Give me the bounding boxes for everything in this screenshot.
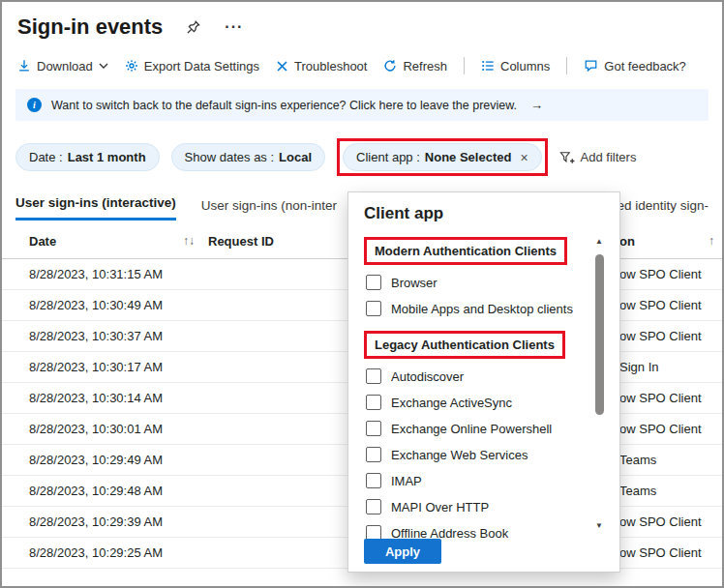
cell-application-partial: ow SPO Client [619,545,722,560]
export-data-settings-label: Export Data Settings [144,59,259,74]
scroll-up-icon[interactable]: ▲ [595,237,603,247]
refresh-icon [383,59,397,73]
option-browser[interactable]: Browser [366,275,604,290]
tab-user-signins-interactive[interactable]: User sign-ins (interactive) [15,195,176,220]
columns-icon [481,59,495,73]
option-label: Browser [391,276,437,290]
arrow-right-icon[interactable]: → [530,98,543,112]
got-feedback-label: Got feedback? [604,59,686,74]
cell-application-partial: ow SPO Client [619,514,722,529]
cell-date: 8/28/2023, 10:30:17 AM [29,360,339,374]
filter-pill-show-dates-prefix: Show dates as : [185,150,275,164]
filter-pill-show-dates[interactable]: Show dates as : Local [171,143,325,171]
troubleshoot-label: Troubleshoot [294,59,367,74]
cell-date: 8/28/2023, 10:30:37 AM [29,329,339,343]
option-label: Mobile Apps and Desktop clients [391,302,573,316]
client-app-filter-panel: Client app Modern Authentication Clients… [347,191,620,573]
filter-bar: Date : Last 1 month Show dates as : Loca… [2,129,722,186]
gear-icon [125,59,138,73]
info-banner: i Want to switch back to the default sig… [15,89,709,121]
option-autodiscover[interactable]: Autodiscover [366,368,604,384]
filter-pill-show-dates-value: Local [279,150,312,164]
option-label: Exchange Online Powershell [391,422,552,436]
cell-date: 8/28/2023, 10:29:48 AM [29,484,339,498]
option-exchange-activesync[interactable]: Exchange ActiveSync [366,395,604,410]
sort-asc-icon: ↑ [709,234,714,249]
column-date[interactable]: Date [29,234,56,249]
info-icon: i [27,98,42,112]
option-exchange-online-powershell[interactable]: Exchange Online Powershell [366,421,604,436]
apply-button[interactable]: Apply [364,539,441,564]
checkbox[interactable] [366,473,381,488]
more-options-icon[interactable]: ··· [225,18,243,36]
cell-application-partial: Sign In [619,360,722,374]
option-label: Autodiscover [391,369,464,384]
toolbar-separator [566,57,567,74]
filter-pill-date[interactable]: Date : Last 1 month [15,143,160,171]
cell-application-partial: ow SPO Client [619,267,722,281]
checkbox[interactable] [366,368,381,384]
option-label: Exchange ActiveSync [391,396,512,410]
troubleshoot-icon [276,60,288,73]
checkbox[interactable] [366,395,381,410]
column-application-partial[interactable]: on [619,234,635,249]
add-filters-button[interactable]: Add filters [559,150,637,164]
feedback-icon [584,59,598,73]
cell-application-partial: ow SPO Client [619,298,722,312]
panel-title: Client app [364,204,604,223]
filter-pill-date-prefix: Date : [29,150,63,164]
scroll-down-icon[interactable]: ▼ [595,521,603,531]
page-title: Sign-in events [17,15,163,40]
section-heading-modern: Modern Authentication Clients [375,244,557,258]
pin-icon[interactable] [186,19,201,35]
cell-date: 8/28/2023, 10:29:49 AM [29,453,339,467]
column-request-id[interactable]: Request ID [208,234,274,249]
option-mobile-apps-desktop[interactable]: Mobile Apps and Desktop clients [366,301,604,316]
filter-pill-client-app[interactable]: Client app : None Selected × [343,143,542,171]
banner-link[interactable]: Want to switch back to the default sign-… [51,99,517,112]
command-bar: Download Export Data Settings Troublesho… [2,42,722,87]
scrollbar[interactable]: ▲ ▼ [592,237,606,531]
cell-date: 8/28/2023, 10:29:25 AM [29,545,339,560]
option-label: MAPI Over HTTP [391,500,489,514]
checkbox[interactable] [366,301,381,316]
checkbox[interactable] [366,421,381,436]
tab-user-signins-noninteractive[interactable]: User sign-ins (non-inter [201,198,337,220]
cell-date: 8/28/2023, 10:30:49 AM [29,298,339,312]
close-icon[interactable]: × [520,151,528,164]
cell-application-partial: Teams [619,453,722,467]
cell-application-partial: ow SPO Client [619,329,722,343]
add-filter-icon [559,151,575,164]
option-label: Exchange Web Services [391,448,528,462]
page-header: Sign-in events ··· [2,2,722,42]
section-heading-legacy: Legacy Authentication Clients [375,338,555,352]
checkbox[interactable] [366,447,381,462]
refresh-button[interactable]: Refresh [383,59,447,74]
scroll-thumb[interactable] [595,254,604,415]
sort-icon[interactable]: ↑↓ [183,234,195,249]
filter-pill-client-app-prefix: Client app : [356,150,420,164]
columns-label: Columns [500,59,550,74]
columns-button[interactable]: Columns [481,59,550,74]
checkbox[interactable] [366,499,381,514]
troubleshoot-button[interactable]: Troubleshoot [276,59,367,74]
download-button[interactable]: Download [17,59,108,74]
annotation-box-modern-heading: Modern Authentication Clients [364,237,567,265]
signin-events-page: Sign-in events ··· Download Export Data … [0,0,724,588]
option-mapi-over-http[interactable]: MAPI Over HTTP [366,499,604,514]
filter-pill-client-app-value: None Selected [425,150,512,164]
export-data-settings-button[interactable]: Export Data Settings [125,59,259,74]
cell-application-partial: ow SPO Client [619,422,722,436]
option-label: IMAP [391,474,422,488]
cell-date: 8/28/2023, 10:30:01 AM [29,422,339,436]
refresh-label: Refresh [403,59,447,74]
toolbar-separator [464,57,465,74]
download-icon [17,59,31,73]
cell-date: 8/28/2023, 10:31:15 AM [29,267,339,281]
got-feedback-button[interactable]: Got feedback? [584,59,686,74]
filter-pill-date-value: Last 1 month [68,150,146,164]
checkbox[interactable] [366,275,381,290]
option-exchange-web-services[interactable]: Exchange Web Services [366,447,604,462]
tab-managed-identity-signins[interactable]: ged identity sign- [610,198,709,220]
option-imap[interactable]: IMAP [366,473,604,488]
